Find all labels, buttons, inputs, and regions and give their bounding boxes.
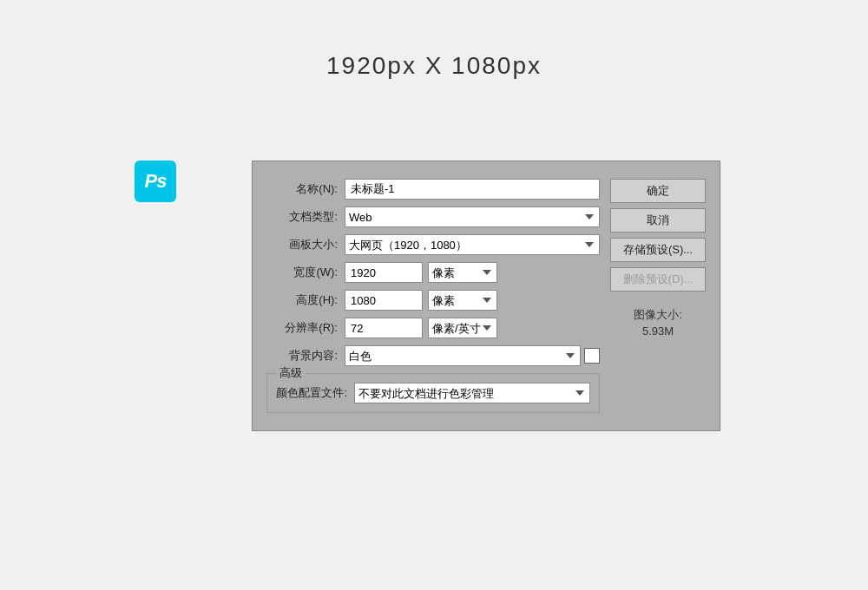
- save-preset-button[interactable]: 存储预设(S)...: [610, 238, 706, 262]
- image-size-label: 图像大小:: [610, 307, 706, 323]
- height-input[interactable]: [345, 290, 423, 311]
- advanced-section: 高级 颜色配置文件: 不要对此文档进行色彩管理 sRGB IEC61966-2.…: [266, 373, 600, 413]
- bg-label: 背景内容:: [266, 348, 345, 364]
- width-label: 宽度(W):: [266, 265, 345, 280]
- resolution-input[interactable]: [345, 318, 423, 338]
- height-unit-select[interactable]: 像素 英寸 厘米 毫米: [428, 290, 497, 311]
- name-row: 名称(N):: [266, 179, 600, 200]
- dialog-right-panel: 确定 取消 存储预设(S)... 删除预设(D)... 图像大小: 5.93M: [610, 179, 706, 413]
- image-size-value: 5.93M: [610, 324, 706, 338]
- confirm-button[interactable]: 确定: [610, 179, 706, 203]
- dialog-form: 名称(N): 文档类型: Web 画板大小: 大网页（1920，1080） 宽度…: [266, 179, 600, 413]
- resolution-unit-select[interactable]: 像素/英寸 像素/厘米: [428, 318, 497, 338]
- color-profile-row: 颜色配置文件: 不要对此文档进行色彩管理 sRGB IEC61966-2.1 A…: [276, 383, 590, 403]
- doc-type-row: 文档类型: Web: [266, 206, 600, 227]
- name-label: 名称(N):: [266, 181, 345, 197]
- width-unit-select[interactable]: 像素 英寸 厘米 毫米: [428, 262, 497, 283]
- color-profile-select[interactable]: 不要对此文档进行色彩管理 sRGB IEC61966-2.1 Adobe RGB…: [354, 383, 590, 403]
- width-row: 宽度(W): 像素 英寸 厘米 毫米: [266, 262, 600, 283]
- delete-preset-button[interactable]: 删除预设(D)...: [610, 267, 706, 292]
- bg-row: 背景内容: 白色 背景色 透明 自定义: [266, 345, 600, 366]
- page-title: 1920px X 1080px: [0, 0, 868, 80]
- resolution-row: 分辨率(R): 像素/英寸 像素/厘米: [266, 318, 600, 338]
- name-input[interactable]: [345, 179, 600, 200]
- bg-select[interactable]: 白色 背景色 透明 自定义: [345, 345, 581, 366]
- new-document-dialog: 名称(N): 文档类型: Web 画板大小: 大网页（1920，1080） 宽度…: [252, 161, 720, 431]
- width-input[interactable]: [345, 262, 423, 283]
- height-label: 高度(H):: [266, 292, 345, 308]
- advanced-legend: 高级: [276, 365, 306, 381]
- color-profile-label: 颜色配置文件:: [276, 385, 354, 401]
- doc-type-select[interactable]: Web: [345, 206, 600, 227]
- resolution-label: 分辨率(R):: [266, 320, 345, 336]
- ps-icon: Ps: [135, 161, 176, 202]
- canvas-label: 画板大小:: [266, 237, 345, 252]
- canvas-select[interactable]: 大网页（1920，1080）: [345, 234, 600, 255]
- height-row: 高度(H): 像素 英寸 厘米 毫米: [266, 290, 600, 311]
- doc-type-label: 文档类型:: [266, 209, 345, 225]
- cancel-button[interactable]: 取消: [610, 208, 706, 233]
- ps-icon-wrapper: Ps: [135, 161, 176, 202]
- canvas-row: 画板大小: 大网页（1920，1080）: [266, 234, 600, 255]
- image-size-info: 图像大小: 5.93M: [610, 307, 706, 338]
- bg-color-swatch[interactable]: [584, 348, 600, 364]
